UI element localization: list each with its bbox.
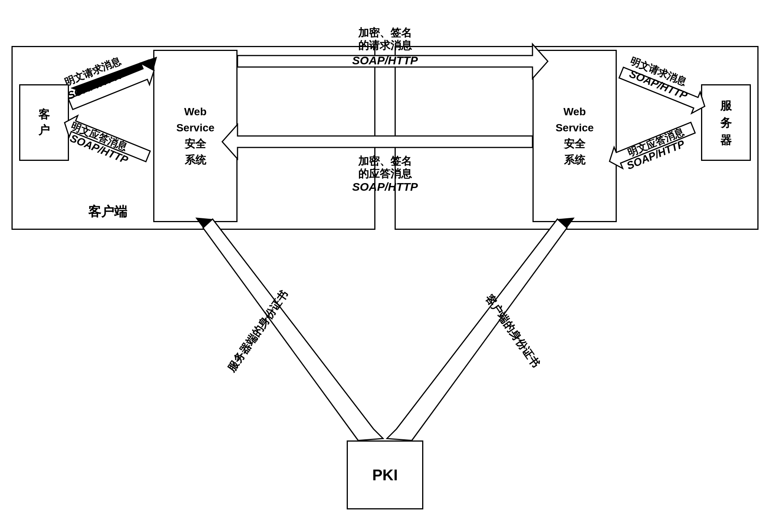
diagram: 客户端 服务器端 客 户 Web Service 安全 系统 Web Servi… <box>0 0 770 532</box>
pki-label: PKI <box>372 467 398 484</box>
pki-right-arrow-body <box>387 219 567 440</box>
pki-box: PKI <box>347 440 423 509</box>
wss-right-box: Web Service 安全 系统 <box>532 50 617 222</box>
pki-right-label: 客户端的身份证书 <box>483 292 542 370</box>
client-outer-label: 客户端 <box>88 203 127 221</box>
top-req-label1: 加密、签名 <box>358 26 412 39</box>
client-node: 客 户 <box>19 84 69 161</box>
pki-left-label: 服务器端的身份证书 <box>225 288 290 374</box>
pki-left-arrow-body <box>203 219 383 440</box>
wss-left-box: Web Service 安全 系统 <box>153 50 238 222</box>
wss-left-label: Web Service 安全 系统 <box>176 104 215 168</box>
wss-right-label: Web Service 安全 系统 <box>555 104 594 168</box>
server-label: 服 务 器 <box>720 97 732 149</box>
server-node: 服 务 器 <box>701 84 751 161</box>
client-label: 客 户 <box>38 107 50 138</box>
